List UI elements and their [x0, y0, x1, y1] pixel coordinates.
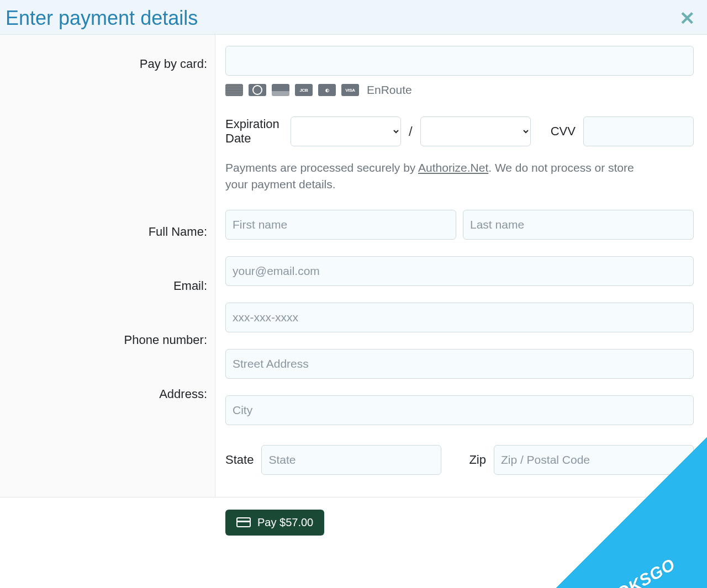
- exp-year-select[interactable]: [420, 116, 531, 146]
- modal-title: Enter payment details: [6, 7, 198, 30]
- credit-card-icon: [236, 517, 251, 527]
- card-brand-icons: JCB ◐ VISA EnRoute: [225, 83, 694, 97]
- city-input[interactable]: [225, 395, 694, 425]
- expiration-label: Expiration Date: [225, 117, 279, 146]
- authorize-net-link[interactable]: Authorize.Net: [418, 161, 488, 174]
- full-name-label: Full Name:: [149, 225, 207, 239]
- phone-section: [225, 303, 694, 332]
- name-section: [225, 210, 694, 240]
- cvv-label: CVV: [551, 124, 576, 139]
- footer: Pay $57.00: [0, 497, 707, 536]
- address-section: State Zip: [225, 349, 694, 475]
- zip-input[interactable]: [494, 445, 694, 475]
- visa-icon: VISA: [341, 84, 359, 96]
- modal-body: Pay by card: Full Name: Email: Phone num…: [0, 35, 707, 536]
- mastercard-icon: ◐: [318, 84, 336, 96]
- close-icon[interactable]: ✕: [675, 7, 699, 30]
- modal-header: Enter payment details ✕: [0, 0, 707, 35]
- pay-button-label: Pay $57.00: [257, 516, 313, 529]
- phone-input[interactable]: [225, 303, 694, 332]
- phone-label: Phone number:: [124, 333, 207, 347]
- security-note: Payments are processed securely by Autho…: [225, 160, 645, 193]
- state-label: State: [225, 453, 254, 467]
- zip-label: Zip: [469, 453, 486, 467]
- pay-by-card-label: Pay by card:: [140, 57, 207, 71]
- pay-button[interactable]: Pay $57.00: [225, 510, 324, 536]
- cvv-input[interactable]: [583, 116, 694, 146]
- exp-month-select[interactable]: [291, 116, 401, 146]
- label-column: Pay by card: Full Name: Email: Phone num…: [0, 35, 215, 497]
- diners-icon: [249, 84, 266, 96]
- state-input[interactable]: [261, 445, 441, 475]
- card-section: JCB ◐ VISA EnRoute Expiration Date / CVV…: [225, 46, 694, 193]
- email-input[interactable]: [225, 256, 694, 286]
- last-name-input[interactable]: [463, 210, 694, 240]
- enroute-label: EnRoute: [367, 83, 412, 97]
- form-column: JCB ◐ VISA EnRoute Expiration Date / CVV…: [215, 35, 707, 497]
- first-name-input[interactable]: [225, 210, 456, 240]
- street-input[interactable]: [225, 349, 694, 379]
- card-number-input[interactable]: [225, 46, 694, 76]
- jcb-icon: JCB: [295, 84, 313, 96]
- discover-icon: [272, 84, 289, 96]
- exp-slash: /: [409, 124, 413, 139]
- email-label: Email:: [173, 279, 207, 293]
- address-label: Address:: [159, 387, 207, 401]
- amex-icon: [225, 84, 243, 96]
- email-section: [225, 256, 694, 286]
